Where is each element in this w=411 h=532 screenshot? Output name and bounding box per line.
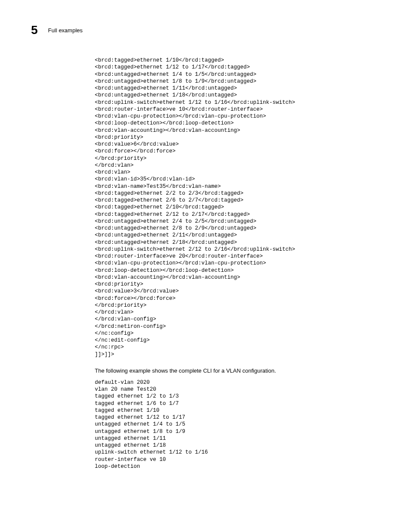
section-title: Full examples <box>48 27 83 34</box>
page-header: 5 Full examples <box>31 24 380 36</box>
page: 5 Full examples <brcd:tagged>ethernet 1/… <box>0 0 411 501</box>
transition-paragraph: The following example shows the complete… <box>95 367 380 374</box>
cli-config-code: default-vlan 2020 vlan 20 name Test20 ta… <box>95 379 380 470</box>
xml-config-code: <brcd:tagged>ethernet 1/10</brcd:tagged>… <box>95 57 380 358</box>
content-area: <brcd:tagged>ethernet 1/10</brcd:tagged>… <box>95 57 380 470</box>
chapter-number: 5 <box>31 24 38 36</box>
